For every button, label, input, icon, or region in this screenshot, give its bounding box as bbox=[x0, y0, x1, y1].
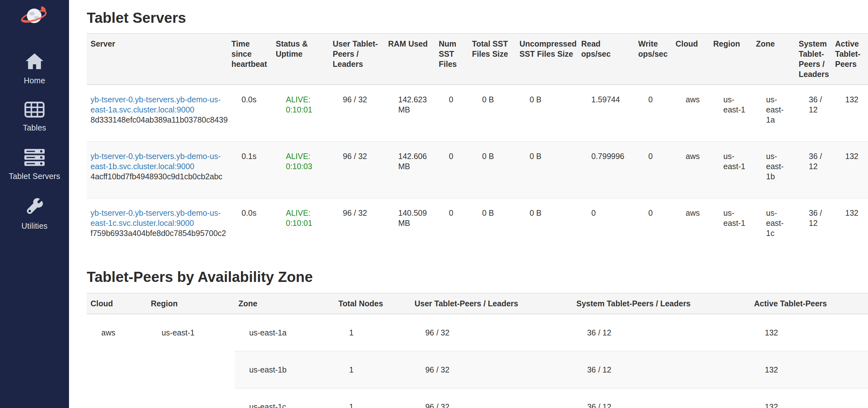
zone-value: us-east-1b bbox=[752, 141, 795, 198]
col-header-total-nodes: Total Nodes bbox=[335, 293, 411, 314]
sidebar-item-label: Home bbox=[24, 76, 45, 85]
sidebar-item-home[interactable]: Home bbox=[9, 53, 60, 85]
total-sst-value: 0 B bbox=[468, 85, 516, 142]
yugabyte-logo[interactable] bbox=[19, 5, 50, 25]
user-peers-value: 96 / 32 bbox=[329, 85, 384, 142]
table-row: yb-tserver-0.yb-tservers.yb-demo-us-east… bbox=[87, 141, 868, 198]
user-peers-value: 96 / 32 bbox=[329, 141, 384, 198]
active-peers-value: 132 bbox=[750, 351, 868, 388]
zone-summary-table: Cloud Region Zone Total Nodes User Table… bbox=[87, 293, 868, 408]
sidebar-item-label: Tablet Servers bbox=[9, 172, 60, 181]
region-value: us-east-1 bbox=[147, 314, 235, 408]
uncompressed-sst-value: 0 B bbox=[516, 85, 578, 142]
ram-value: 142.623 MB bbox=[384, 85, 435, 142]
uncompressed-sst-value: 0 B bbox=[516, 141, 578, 198]
col-header-system-peers: System Tablet-Peers / Leaders bbox=[795, 33, 831, 85]
user-peers-value: 96 / 32 bbox=[410, 388, 572, 408]
tablet-servers-icon bbox=[24, 149, 44, 168]
col-header-region: Region bbox=[147, 293, 235, 314]
write-ops-value: 0 bbox=[634, 85, 672, 142]
system-peers-value: 36 / 12 bbox=[795, 198, 831, 255]
region-value: us-east-1 bbox=[709, 85, 752, 142]
sidebar-item-tables[interactable]: Tables bbox=[9, 102, 60, 133]
server-cell: yb-tserver-0.yb-tservers.yb-demo-us-east… bbox=[87, 85, 227, 142]
cloud-value: aws bbox=[672, 85, 709, 142]
uncompressed-sst-value: 0 B bbox=[516, 198, 578, 255]
region-value: us-east-1 bbox=[709, 141, 752, 198]
sidebar-item-label: Tables bbox=[23, 123, 46, 133]
active-peers-value: 132 bbox=[750, 388, 868, 408]
num-sst-value: 0 bbox=[435, 198, 468, 255]
server-uuid: f759b6933a404bfe8d0c7854b95700c2 bbox=[91, 228, 224, 238]
col-header-region: Region bbox=[709, 33, 752, 85]
cloud-value: aws bbox=[672, 198, 709, 255]
table-header-row: Server Time since heartbeat Status & Upt… bbox=[87, 33, 868, 85]
yugabyte-logo-icon bbox=[19, 5, 50, 25]
system-peers-value: 36 / 12 bbox=[572, 314, 750, 351]
active-peers-value: 132 bbox=[750, 314, 868, 351]
heartbeat-value: 0.0s bbox=[227, 85, 272, 142]
zone-value: us-east-1a bbox=[235, 314, 335, 351]
read-ops-value: 0 bbox=[578, 198, 634, 255]
sidebar: Home Tables bbox=[0, 0, 69, 408]
zone-value: us-east-1b bbox=[235, 351, 335, 388]
col-header-write-ops: Write ops/sec bbox=[634, 33, 672, 85]
col-header-read-ops: Read ops/sec bbox=[578, 33, 634, 85]
tablet-servers-table: Server Time since heartbeat Status & Upt… bbox=[87, 33, 868, 255]
zone-summary-title: Tablet-Peers by Availability Zone bbox=[87, 269, 868, 285]
total-sst-value: 0 B bbox=[468, 141, 516, 198]
status-value: ALIVE: 0:10:01 bbox=[272, 85, 329, 142]
table-header-row: Cloud Region Zone Total Nodes User Table… bbox=[87, 293, 868, 314]
read-ops-value: 1.59744 bbox=[578, 85, 634, 142]
sidebar-item-utilities[interactable]: Utilities bbox=[9, 197, 60, 231]
heartbeat-value: 0.0s bbox=[227, 198, 272, 255]
server-link[interactable]: yb-tserver-0.yb-tservers.yb-demo-us-east… bbox=[91, 152, 221, 171]
server-link[interactable]: yb-tserver-0.yb-tservers.yb-demo-us-east… bbox=[91, 208, 221, 228]
page-title: Tablet Servers bbox=[87, 9, 868, 26]
col-header-active-peers: Active Tablet-Peers bbox=[750, 293, 868, 314]
col-header-total-sst: Total SST Files Size bbox=[468, 33, 516, 85]
num-sst-value: 0 bbox=[435, 141, 468, 198]
col-header-server: Server bbox=[87, 33, 227, 85]
heartbeat-value: 0.1s bbox=[227, 141, 272, 198]
server-link[interactable]: yb-tserver-0.yb-tservers.yb-demo-us-east… bbox=[91, 95, 221, 114]
col-header-zone: Zone bbox=[235, 293, 335, 314]
sidebar-item-tablet-servers[interactable]: Tablet Servers bbox=[9, 149, 60, 181]
active-peers-value: 132 bbox=[831, 141, 868, 198]
col-header-uncompressed-sst: Uncompressed SST Files Size bbox=[516, 33, 578, 85]
col-header-user-peers: User Tablet-Peers / Leaders bbox=[410, 293, 572, 314]
zone-value: us-east-1c bbox=[752, 198, 795, 255]
sidebar-item-label: Utilities bbox=[22, 222, 48, 231]
col-header-zone: Zone bbox=[752, 33, 795, 85]
system-peers-value: 36 / 12 bbox=[572, 388, 750, 408]
server-cell: yb-tserver-0.yb-tservers.yb-demo-us-east… bbox=[87, 141, 227, 198]
total-nodes-value: 1 bbox=[335, 388, 411, 408]
num-sst-value: 0 bbox=[435, 85, 468, 142]
col-header-system-peers: System Tablet-Peers / Leaders bbox=[572, 293, 750, 314]
active-peers-value: 132 bbox=[831, 85, 868, 142]
col-header-num-sst: Num SST Files bbox=[435, 33, 468, 85]
table-row: yb-tserver-0.yb-tservers.yb-demo-us-east… bbox=[87, 85, 868, 142]
sidebar-nav: Home Tables bbox=[9, 53, 60, 247]
server-cell: yb-tserver-0.yb-tservers.yb-demo-us-east… bbox=[87, 198, 227, 255]
system-peers-value: 36 / 12 bbox=[795, 141, 831, 198]
col-header-ram: RAM Used bbox=[384, 33, 435, 85]
col-header-status: Status & Uptime bbox=[272, 33, 329, 85]
region-value: us-east-1 bbox=[709, 198, 752, 255]
table-row: yb-tserver-0.yb-tservers.yb-demo-us-east… bbox=[87, 198, 868, 255]
col-header-user-peers: User Tablet-Peers / Leaders bbox=[329, 33, 384, 85]
home-icon bbox=[25, 53, 44, 72]
write-ops-value: 0 bbox=[634, 141, 672, 198]
active-peers-value: 132 bbox=[831, 198, 868, 255]
read-ops-value: 0.799996 bbox=[578, 141, 634, 198]
zone-value: us-east-1a bbox=[752, 85, 795, 142]
total-nodes-value: 1 bbox=[335, 314, 411, 351]
total-sst-value: 0 B bbox=[468, 198, 516, 255]
main-content: Tablet Servers Server Time since heartbe… bbox=[69, 0, 868, 408]
status-value: ALIVE: 0:10:01 bbox=[272, 198, 329, 255]
user-peers-value: 96 / 32 bbox=[329, 198, 384, 255]
system-peers-value: 36 / 12 bbox=[795, 85, 831, 142]
zone-value: us-east-1c bbox=[235, 388, 335, 408]
ram-value: 142.606 MB bbox=[384, 141, 435, 198]
write-ops-value: 0 bbox=[634, 198, 672, 255]
